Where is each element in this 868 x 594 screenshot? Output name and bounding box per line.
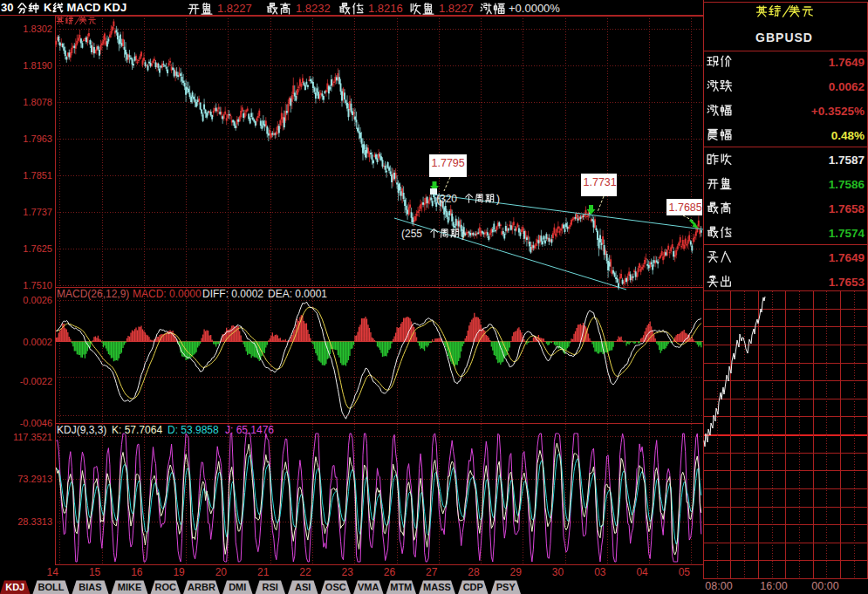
svg-text:0.0026: 0.0026	[23, 295, 52, 305]
svg-text:21: 21	[257, 566, 270, 578]
svg-text:15: 15	[89, 566, 101, 578]
svg-text:MACD KDJ: MACD KDJ	[67, 1, 127, 14]
svg-text:20: 20	[215, 566, 228, 578]
svg-text:1.7587: 1.7587	[829, 154, 865, 167]
svg-text:1.8190: 1.8190	[23, 60, 52, 71]
svg-text:28: 28	[468, 566, 480, 578]
svg-text:28.3313: 28.3313	[17, 516, 52, 527]
svg-text:ARBR: ARBR	[188, 582, 215, 592]
svg-text:(255: (255	[401, 228, 422, 240]
svg-text:GBPUSD: GBPUSD	[755, 31, 813, 44]
svg-text:23: 23	[342, 566, 354, 578]
svg-text:1.8227: 1.8227	[217, 2, 252, 15]
svg-text:MACD: 0.0000: MACD: 0.0000	[133, 288, 202, 300]
svg-text:DMI: DMI	[229, 582, 246, 592]
svg-text:CDP: CDP	[463, 582, 483, 592]
svg-text:1.8078: 1.8078	[23, 97, 52, 107]
svg-text:05: 05	[679, 566, 691, 578]
svg-text:DEA: 0.0001: DEA: 0.0001	[268, 288, 327, 300]
svg-text:0.0062: 0.0062	[829, 80, 865, 93]
svg-text:1.7625: 1.7625	[23, 243, 52, 254]
svg-text:ROC: ROC	[155, 582, 177, 592]
svg-text:K: K	[44, 1, 52, 14]
svg-text:00:00: 00:00	[811, 580, 838, 592]
svg-text:117.3521: 117.3521	[13, 432, 52, 442]
svg-text:19: 19	[173, 566, 185, 578]
svg-text:16: 16	[131, 566, 143, 578]
svg-text:16:00: 16:00	[760, 580, 787, 592]
svg-text:26: 26	[384, 566, 396, 578]
svg-text:J: 65.1476: J: 65.1476	[225, 424, 274, 436]
svg-text:29: 29	[510, 566, 523, 578]
svg-text:1.8227: 1.8227	[439, 2, 474, 15]
svg-text:DIFF: 0.0002: DIFF: 0.0002	[202, 288, 263, 300]
svg-text:1.8216: 1.8216	[368, 2, 403, 15]
svg-text:27: 27	[426, 566, 438, 578]
svg-text:0.0002: 0.0002	[23, 337, 52, 347]
svg-text:1.7510: 1.7510	[23, 280, 52, 290]
svg-text:ASI: ASI	[295, 582, 311, 592]
svg-text:+0.0000%: +0.0000%	[509, 2, 560, 15]
svg-text:(320: (320	[436, 193, 457, 205]
svg-text:1.7653: 1.7653	[829, 276, 865, 289]
svg-text:1.7963: 1.7963	[23, 133, 52, 144]
svg-text:-0.0046: -0.0046	[20, 418, 52, 428]
svg-text:0.48%: 0.48%	[831, 129, 865, 142]
svg-text:1.7731: 1.7731	[584, 176, 617, 188]
svg-text:1.8232: 1.8232	[296, 2, 331, 15]
svg-text:1.7685: 1.7685	[669, 201, 702, 214]
svg-text:BIAS: BIAS	[79, 582, 101, 592]
svg-text:30: 30	[1, 1, 13, 14]
svg-text:03: 03	[594, 566, 606, 578]
svg-text:1.7586: 1.7586	[829, 178, 865, 191]
svg-text:K: 57.7064: K: 57.7064	[112, 424, 162, 436]
svg-text:KDJ(9,3,3): KDJ(9,3,3)	[57, 424, 106, 436]
svg-text:MACD(26,12,9): MACD(26,12,9)	[57, 288, 129, 300]
svg-text:PSY: PSY	[496, 582, 516, 592]
svg-text:1.7574: 1.7574	[829, 227, 865, 240]
svg-text:1.7649: 1.7649	[829, 56, 865, 69]
svg-text:1.8302: 1.8302	[23, 24, 52, 34]
svg-text:MASS: MASS	[423, 582, 451, 592]
svg-text:04: 04	[636, 566, 648, 578]
svg-text:22: 22	[299, 566, 311, 578]
svg-text:OSC: OSC	[325, 582, 346, 592]
svg-text:1.7795: 1.7795	[432, 157, 465, 169]
svg-text:1.7851: 1.7851	[23, 170, 52, 181]
svg-text:73.2913: 73.2913	[17, 474, 52, 484]
svg-text:): )	[461, 228, 465, 240]
svg-text:BOLL: BOLL	[38, 582, 65, 592]
svg-text:): )	[496, 193, 500, 205]
svg-text:08:00: 08:00	[705, 580, 732, 592]
svg-text:1.7649: 1.7649	[829, 251, 865, 264]
svg-text:MIKE: MIKE	[118, 582, 142, 592]
svg-text:14: 14	[47, 566, 59, 578]
svg-text:-0.0022: -0.0022	[20, 376, 52, 386]
svg-text:D: 53.9858: D: 53.9858	[167, 424, 219, 436]
svg-text:KDJ: KDJ	[5, 582, 24, 592]
svg-text:RSI: RSI	[263, 582, 278, 592]
svg-text:30: 30	[552, 566, 564, 578]
svg-text:1.7658: 1.7658	[829, 202, 865, 215]
svg-text:1.7737: 1.7737	[23, 207, 52, 217]
svg-text:MTM: MTM	[390, 582, 412, 592]
svg-text:VMA: VMA	[358, 582, 379, 592]
svg-text:+0.3525%: +0.3525%	[811, 105, 865, 118]
